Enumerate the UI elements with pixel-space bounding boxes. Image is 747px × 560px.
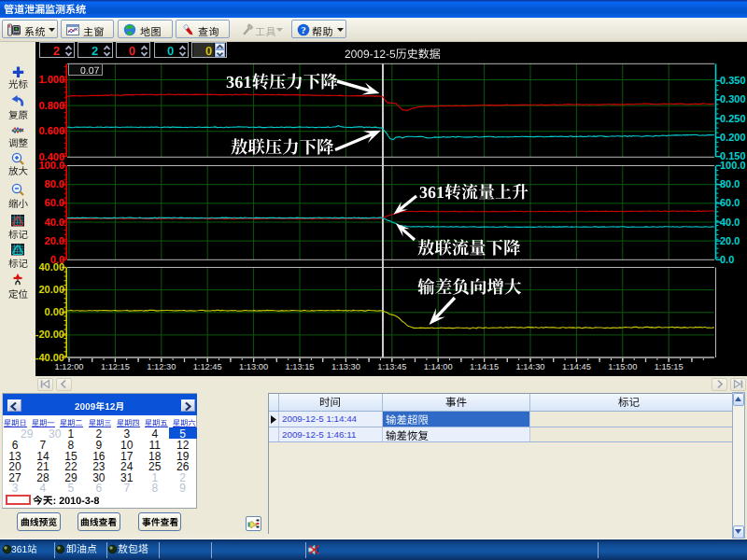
svg-text:20.00: 20.00: [38, 284, 64, 295]
svg-text:1:14:30: 1:14:30: [515, 362, 544, 371]
svg-text:40.0: 40.0: [720, 217, 740, 228]
svg-text:1:14:00: 1:14:00: [424, 362, 453, 371]
svg-text:60.0: 60.0: [720, 197, 740, 208]
svg-text:1.000: 1.000: [38, 74, 64, 85]
svg-text:20.0: 20.0: [45, 235, 64, 246]
svg-text:0.0: 0.0: [720, 254, 734, 265]
svg-text:80.0: 80.0: [45, 178, 64, 189]
svg-text:0.600: 0.600: [38, 125, 64, 136]
svg-text:1:14:45: 1:14:45: [562, 362, 591, 371]
svg-text:80.0: 80.0: [720, 178, 740, 189]
svg-text:1:12:30: 1:12:30: [147, 362, 176, 371]
svg-text:40.00: 40.00: [38, 261, 64, 273]
svg-text:40.0: 40.0: [45, 217, 64, 228]
svg-text:0.250: 0.250: [720, 113, 746, 124]
svg-text:-40.00: -40.00: [35, 352, 64, 363]
svg-text:1:13:15: 1:13:15: [285, 362, 314, 371]
svg-text:1:12:45: 1:12:45: [193, 362, 222, 371]
svg-text:1:14:15: 1:14:15: [470, 362, 499, 371]
svg-text:-20.00: -20.00: [35, 329, 64, 340]
svg-text:1:12:15: 1:12:15: [101, 362, 130, 371]
svg-text:0.350: 0.350: [720, 75, 746, 86]
svg-text:1:13:30: 1:13:30: [331, 362, 360, 371]
svg-text:0.800: 0.800: [38, 100, 64, 111]
svg-text:60.0: 60.0: [45, 197, 64, 208]
svg-text:1:15:15: 1:15:15: [655, 362, 684, 371]
svg-text:1:13:00: 1:13:00: [239, 362, 268, 371]
svg-text:100.0: 100.0: [38, 160, 64, 171]
svg-text:1:13:45: 1:13:45: [377, 362, 406, 371]
svg-text:20.0: 20.0: [720, 235, 740, 246]
svg-text:1:15:00: 1:15:00: [608, 362, 637, 371]
svg-text:0.300: 0.300: [720, 93, 746, 105]
svg-text:0.200: 0.200: [720, 132, 746, 143]
svg-text:1:12:00: 1:12:00: [54, 362, 83, 371]
svg-text:0.00: 0.00: [45, 306, 64, 317]
svg-text:100.0: 100.0: [720, 160, 746, 171]
svg-text:?: ?: [301, 24, 306, 35]
